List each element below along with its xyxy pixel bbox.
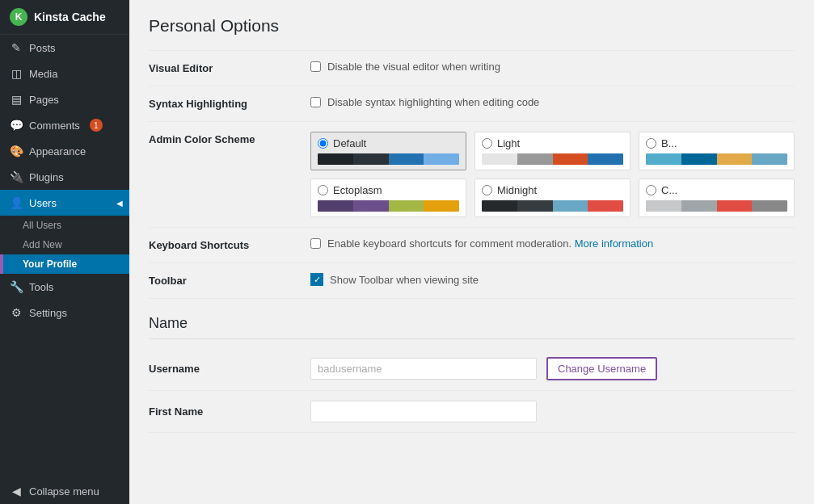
sidebar-item-settings-label: Settings (29, 307, 67, 319)
visual-editor-checkbox[interactable] (310, 61, 321, 72)
sidebar-item-appearance-label: Appearance (29, 145, 86, 158)
site-logo[interactable]: K Kinsta Cache (0, 0, 129, 35)
sidebar-item-settings[interactable]: ⚙ Settings (0, 300, 129, 326)
sidebar-item-appearance[interactable]: 🎨 Appearance (0, 138, 129, 164)
color-scheme-light-label-row: Light (482, 137, 623, 149)
color-scheme-midnight-label-row: Midnight (482, 184, 623, 196)
users-arrow-icon: ◀ (116, 199, 123, 208)
sidebar-item-comments-label: Comments (29, 120, 80, 132)
color-scheme-blue-radio[interactable] (646, 138, 656, 149)
tools-icon: 🔧 (10, 280, 23, 293)
toolbar-label: Toolbar (149, 263, 310, 299)
color-scheme-ectoplasm[interactable]: Ectoplasm (310, 178, 466, 217)
color-scheme-midnight-swatches (482, 200, 623, 212)
color-scheme-midnight[interactable]: Midnight (474, 178, 631, 217)
color-scheme-default[interactable]: Default (310, 132, 466, 170)
sidebar-item-users[interactable]: 👤 Users ◀ (0, 190, 129, 216)
sidebar-collapse[interactable]: ◀ Collapse menu (0, 478, 129, 504)
color-scheme-default-label-row: Default (318, 137, 459, 149)
your-profile-label: Your Profile (23, 258, 77, 270)
color-scheme-blue-label-row: B... (646, 137, 787, 149)
toolbar-checkbox-checked[interactable]: ✓ (310, 273, 323, 286)
syntax-highlighting-checkbox-row: Disable syntax highlighting when editing… (310, 96, 795, 108)
collapse-label: Collapse menu (29, 485, 99, 498)
color-scheme-light-swatches (482, 153, 623, 165)
color-scheme-default-name: Default (333, 137, 366, 149)
sidebar-item-posts-label: Posts (29, 42, 56, 54)
sidebar: K Kinsta Cache ✎ Posts ◫ Media ▤ Pages 💬… (0, 0, 129, 504)
site-name: Kinsta Cache (34, 10, 106, 23)
keyboard-shortcuts-checkbox-row: Enable keyboard shortcuts for comment mo… (310, 237, 795, 250)
add-new-label: Add New (23, 239, 62, 250)
firstname-row: First Name (149, 391, 795, 433)
logo-icon: K (10, 8, 27, 26)
color-scheme-blue[interactable]: B... (639, 132, 795, 170)
main-content: Personal Options Visual Editor Disable t… (129, 0, 814, 504)
plugins-icon: 🔌 (10, 170, 23, 183)
color-scheme-coffee-swatches (646, 200, 787, 212)
keyboard-shortcuts-row: Keyboard Shortcuts Enable keyboard short… (149, 228, 795, 263)
keyboard-shortcuts-checkbox[interactable] (310, 238, 321, 249)
personal-options-table: Visual Editor Disable the visual editor … (149, 50, 795, 299)
visual-editor-label: Visual Editor (149, 51, 310, 86)
firstname-label: First Name (149, 405, 310, 418)
visual-editor-checkbox-label: Disable the visual editor when writing (327, 61, 500, 73)
color-scheme-default-swatches (318, 153, 459, 165)
color-scheme-light-radio[interactable] (482, 138, 492, 149)
color-scheme-light-name: Light (497, 137, 520, 149)
username-input[interactable] (310, 358, 537, 380)
comments-badge: 1 (90, 119, 103, 132)
sidebar-item-plugins-label: Plugins (29, 171, 64, 183)
all-users-label: All Users (23, 220, 61, 231)
sidebar-item-comments[interactable]: 💬 Comments 1 (0, 112, 129, 138)
firstname-control-area (310, 401, 795, 422)
color-scheme-blue-swatches (646, 153, 787, 165)
color-scheme-midnight-radio[interactable] (482, 185, 492, 195)
visual-editor-checkbox-row: Disable the visual editor when writing (310, 61, 795, 73)
collapse-icon: ◀ (10, 485, 23, 498)
color-schemes-grid: Default Light (310, 132, 795, 217)
page-title: Personal Options (149, 16, 795, 36)
sidebar-item-posts[interactable]: ✎ Posts (0, 35, 129, 61)
color-scheme-light[interactable]: Light (474, 132, 631, 170)
color-scheme-coffee-label-row: C... (646, 184, 787, 196)
posts-icon: ✎ (10, 41, 23, 54)
color-scheme-ectoplasm-name: Ectoplasm (333, 184, 382, 196)
color-scheme-ectoplasm-radio[interactable] (318, 185, 328, 195)
toolbar-checkbox-row: ✓ Show Toolbar when viewing site (310, 273, 795, 286)
color-scheme-label: Admin Color Scheme (149, 122, 310, 228)
syntax-highlighting-row: Syntax Highlighting Disable syntax highl… (149, 86, 795, 122)
users-submenu: All Users Add New Your Profile (0, 216, 129, 274)
color-scheme-blue-name: B... (661, 137, 677, 149)
change-username-button[interactable]: Change Username (546, 357, 657, 380)
syntax-highlighting-checkbox-label: Disable syntax highlighting when editing… (327, 96, 539, 108)
toolbar-row: Toolbar ✓ Show Toolbar when viewing site (149, 263, 795, 299)
pages-icon: ▤ (10, 93, 23, 106)
username-row: Username Change Username (149, 347, 795, 391)
sidebar-item-tools-label: Tools (29, 281, 53, 293)
sidebar-item-pages[interactable]: ▤ Pages (0, 86, 129, 112)
users-icon: 👤 (10, 196, 23, 209)
keyboard-shortcuts-checkbox-label: Enable keyboard shortcuts for comment mo… (327, 237, 653, 250)
color-scheme-default-radio[interactable] (318, 138, 328, 149)
more-information-link[interactable]: More information (575, 237, 654, 250)
visual-editor-row: Visual Editor Disable the visual editor … (149, 51, 795, 86)
color-scheme-coffee-name: C... (661, 184, 677, 196)
sidebar-item-add-new[interactable]: Add New (0, 235, 129, 254)
firstname-input[interactable] (310, 401, 537, 422)
sidebar-item-all-users[interactable]: All Users (0, 216, 129, 235)
sidebar-item-media[interactable]: ◫ Media (0, 61, 129, 86)
syntax-highlighting-label: Syntax Highlighting (149, 86, 310, 122)
sidebar-item-users-label: Users (29, 197, 57, 209)
sidebar-item-media-label: Media (29, 68, 57, 80)
sidebar-item-plugins[interactable]: 🔌 Plugins (0, 164, 129, 190)
appearance-icon: 🎨 (10, 145, 23, 158)
sidebar-item-your-profile[interactable]: Your Profile (0, 254, 129, 274)
color-scheme-coffee-radio[interactable] (646, 185, 656, 195)
syntax-highlighting-checkbox[interactable] (310, 97, 321, 107)
sidebar-item-tools[interactable]: 🔧 Tools (0, 274, 129, 300)
sidebar-item-pages-label: Pages (29, 94, 59, 106)
comments-icon: 💬 (10, 119, 23, 132)
keyboard-shortcuts-label: Keyboard Shortcuts (149, 228, 310, 263)
color-scheme-coffee[interactable]: C... (639, 178, 795, 217)
